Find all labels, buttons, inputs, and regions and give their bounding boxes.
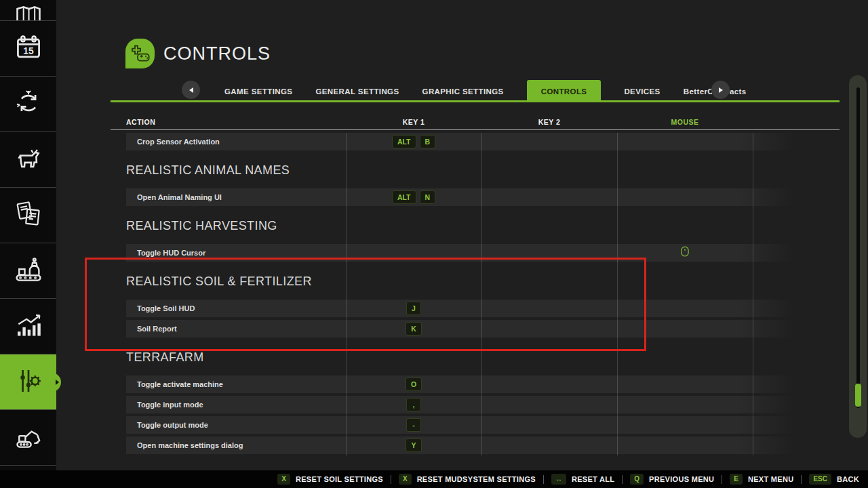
action-label: Toggle input mode (126, 401, 346, 409)
column-divider (617, 133, 618, 455)
sidebar-item-crop-rotation[interactable] (0, 77, 56, 132)
binding-row-toggle-activate-machine[interactable]: Toggle activate machineO (126, 375, 793, 393)
scrollbar-track[interactable] (856, 87, 860, 408)
key1-cell[interactable]: ALTN (346, 190, 481, 205)
sidebar-item-production[interactable] (0, 243, 56, 299)
section-title-realistic-animal-names: REALISTIC ANIMAL NAMES (126, 164, 793, 176)
controls-settings-screen: 15 CONTROLS GAME SETTINGSGENERAL SETTING… (0, 0, 868, 488)
binding-row-toggle-output-mode[interactable]: Toggle output mode- (126, 416, 793, 434)
key1-cell[interactable]: ALTB (346, 135, 481, 149)
calendar-icon: 15 (14, 33, 43, 65)
tab-controls[interactable]: CONTROLS (527, 80, 601, 102)
column-header-key-1: KEY 1 (346, 118, 481, 126)
key-badge: , (406, 398, 421, 412)
section-title-realistic-soil-fertilizer: REALISTIC SOIL & FERTILIZER (126, 275, 793, 287)
sidebar-item-settings[interactable] (0, 354, 56, 410)
tab-underline (111, 100, 840, 102)
footer-action-label: PREVIOUS MENU (649, 475, 714, 483)
binding-row-open-animal-naming-ui[interactable]: Open Animal Naming UIALTN (126, 188, 793, 206)
tab-general-settings[interactable]: GENERAL SETTINGS (315, 87, 399, 96)
controls-table-body: Crop Sensor ActivationALTBREALISTIC ANIM… (126, 133, 793, 455)
footer-key-badge: Q (630, 474, 644, 485)
binding-row-toggle-input-mode[interactable]: Toggle input mode, (126, 396, 793, 413)
header-divider (111, 129, 840, 130)
tab-graphic-settings[interactable]: GRAPHIC SETTINGS (422, 87, 504, 96)
settings-icon (14, 366, 43, 399)
action-label: Toggle Soil HUD (126, 304, 346, 312)
tab-game-settings[interactable]: GAME SETTINGS (224, 87, 292, 96)
key1-cell[interactable]: O (346, 378, 481, 392)
sidebar-item-animals[interactable] (0, 132, 56, 188)
animals-icon (14, 144, 43, 176)
binding-row-soil-report[interactable]: Soil ReportK (126, 320, 793, 338)
sidebar: 15 (0, 0, 56, 470)
tab-bar: GAME SETTINGSGENERAL SETTINGSGRAPHIC SET… (224, 80, 747, 102)
column-header-mouse: MOUSE (617, 118, 753, 126)
action-label: Soil Report (126, 325, 346, 333)
footer-action-back[interactable]: ESCBACK (809, 474, 859, 485)
svg-text:15: 15 (23, 45, 34, 56)
production-icon (14, 255, 43, 287)
footer-key-badge: X (399, 474, 412, 485)
footer-action-reset-mudsystem-settings[interactable]: XRESET MUDSYSTEM SETTINGS (399, 474, 536, 485)
key-badge: ALT (392, 135, 416, 149)
footer-action-previous-menu[interactable]: QPREVIOUS MENU (630, 474, 714, 485)
left-triangle (189, 87, 193, 93)
section-title-terrafarm: TERRAFARM (126, 351, 793, 363)
column-header-key-2: KEY 2 (481, 118, 617, 126)
footer-separator (722, 475, 722, 484)
map-icon (14, 0, 43, 21)
mouse-icon (681, 246, 689, 260)
footer-action-next-menu[interactable]: ENEXT MENU (730, 474, 793, 485)
column-divider (753, 133, 753, 455)
key-badge: - (406, 418, 421, 432)
statistics-icon (14, 310, 43, 343)
column-divider (346, 133, 347, 455)
footer-action-label: RESET SOIL SETTINGS (296, 475, 383, 483)
sidebar-item-map[interactable] (0, 0, 56, 21)
footer-key-badge: X (277, 474, 290, 485)
gamepad-icon (125, 39, 155, 68)
footer-separator (391, 475, 391, 484)
binding-row-crop-sensor-activation[interactable]: Crop Sensor ActivationALTB (126, 133, 793, 150)
key-badge: K (406, 322, 422, 336)
key1-cell[interactable]: J (346, 302, 481, 316)
footer-action-label: RESET MUDSYSTEM SETTINGS (417, 475, 536, 483)
key-badge: Y (406, 439, 421, 453)
footer-action-reset-soil-settings[interactable]: XRESET SOIL SETTINGS (277, 474, 383, 485)
action-label: Toggle HUD Cursor (126, 249, 346, 257)
action-label: Toggle activate machine (126, 380, 346, 388)
arrow-right-icon[interactable] (711, 81, 730, 99)
action-label: Open machine settings dialog (126, 441, 346, 449)
footer-separator (801, 475, 802, 484)
scrollbar-thumb[interactable] (855, 384, 861, 407)
column-header-action: ACTION (126, 118, 155, 126)
key1-cell[interactable]: Y (346, 439, 481, 453)
mouse-cell[interactable] (617, 246, 753, 260)
footer-action-label: NEXT MENU (748, 475, 793, 483)
sidebar-item-construction[interactable] (0, 410, 56, 466)
contracts-icon (14, 199, 43, 232)
footer-action-label: BACK (837, 475, 859, 483)
sidebar-item-contracts[interactable] (0, 188, 56, 243)
action-label: Crop Sensor Activation (126, 138, 346, 146)
key1-cell[interactable]: K (346, 322, 481, 336)
binding-row-toggle-hud-cursor[interactable]: Toggle HUD Cursor (126, 244, 793, 262)
footer-action-reset-all[interactable]: ↔RESET ALL (551, 474, 614, 485)
sidebar-item-statistics[interactable] (0, 299, 56, 354)
section-title-realistic-harvesting: REALISTIC HARVESTING (126, 220, 793, 232)
arrow-left-icon[interactable] (182, 81, 200, 99)
binding-row-open-machine-settings-dialog[interactable]: Open machine settings dialogY (126, 436, 793, 454)
key-badge: ALT (392, 190, 416, 205)
tab-devices[interactable]: DEVICES (624, 87, 660, 96)
key-badge: B (420, 135, 436, 149)
binding-row-toggle-soil-hud[interactable]: Toggle Soil HUDJ (126, 300, 793, 317)
key-badge: J (406, 302, 421, 316)
key1-cell[interactable]: - (346, 418, 481, 432)
sidebar-item-calendar[interactable]: 15 (0, 21, 56, 77)
action-label: Open Animal Naming UI (126, 193, 346, 201)
action-label: Toggle output mode (126, 421, 346, 429)
key-badge: O (406, 378, 422, 392)
key1-cell[interactable]: , (346, 398, 481, 412)
footer-action-label: RESET ALL (572, 475, 614, 483)
